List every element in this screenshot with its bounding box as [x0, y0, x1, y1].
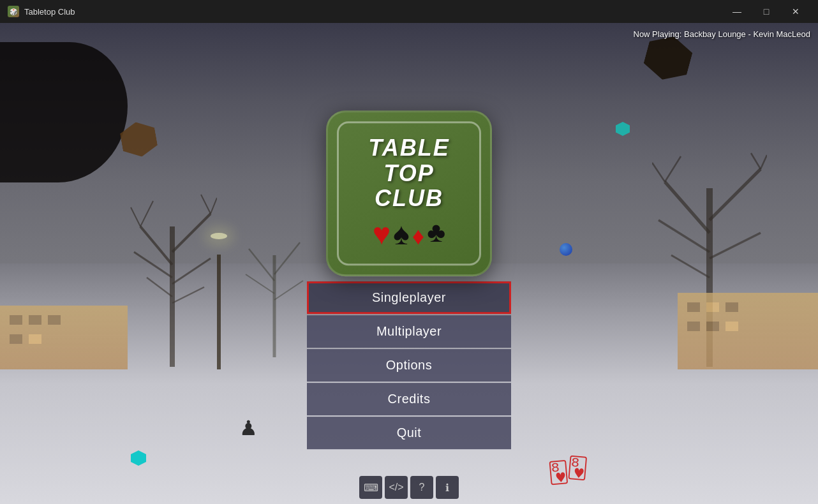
game-logo: TABLE TOP CLUB ♥ ♠ ♦ ♣ — [326, 110, 492, 276]
bottom-toolbar: ⌨ </> ? ℹ — [359, 476, 459, 499]
svg-line-15 — [710, 233, 761, 258]
credits-button[interactable]: Credits — [307, 383, 511, 415]
svg-line-13 — [710, 169, 761, 220]
svg-line-25 — [274, 281, 303, 300]
piece-blue-sphere — [560, 243, 572, 256]
keyboard-icon[interactable]: ⌨ — [359, 476, 382, 499]
svg-line-16 — [671, 255, 710, 278]
svg-line-20 — [761, 155, 767, 169]
svg-line-5 — [147, 278, 172, 297]
close-button[interactable]: ✕ — [781, 0, 810, 23]
svg-line-2 — [172, 214, 211, 252]
svg-line-12 — [665, 182, 710, 233]
now-playing-text: Now Playing: Backbay Lounge - Kevin MacL… — [634, 29, 811, 39]
svg-line-3 — [134, 252, 172, 278]
multiplayer-button[interactable]: Multiplayer — [307, 315, 511, 348]
piece-chess-pawn: ♟ — [239, 416, 258, 440]
quit-button[interactable]: Quit — [307, 417, 511, 449]
minimize-button[interactable]: — — [722, 0, 752, 23]
titlebar: 🎲 Tabletop Club — □ ✕ — [0, 0, 818, 23]
menu-container: TABLE TOP CLUB ♥ ♠ ♦ ♣ Singleplayer Mult… — [307, 110, 511, 450]
svg-line-19 — [751, 153, 761, 169]
svg-line-6 — [172, 287, 204, 303]
svg-line-4 — [172, 258, 211, 284]
app-icon: 🎲 — [8, 6, 19, 17]
svg-line-7 — [131, 207, 140, 226]
maximize-button[interactable]: □ — [752, 0, 781, 23]
svg-line-9 — [201, 195, 211, 214]
help-icon[interactable]: ? — [410, 476, 433, 499]
code-icon[interactable]: </> — [385, 476, 408, 499]
building-right — [678, 293, 818, 369]
svg-line-22 — [249, 249, 274, 281]
info-icon[interactable]: ℹ — [436, 476, 459, 499]
svg-line-23 — [274, 242, 300, 274]
game-background: ♟ 🂸 🂸 Now Playing: Backbay Lounge - Kevi… — [0, 23, 818, 504]
svg-line-10 — [211, 198, 217, 214]
streetlight-pole — [217, 255, 221, 369]
titlebar-title: Tabletop Club — [24, 7, 75, 17]
piece-cards-2: 🂸 — [566, 455, 589, 481]
building-left — [0, 306, 128, 369]
svg-line-18 — [665, 156, 681, 182]
titlebar-controls: — □ ✕ — [722, 0, 810, 23]
svg-line-8 — [140, 201, 153, 226]
svg-line-17 — [652, 163, 665, 182]
titlebar-left: 🎲 Tabletop Club — [8, 6, 75, 17]
svg-line-24 — [246, 274, 274, 293]
tree-center-bg — [242, 230, 306, 360]
singleplayer-button[interactable]: Singleplayer — [307, 281, 511, 314]
tree-left — [128, 188, 217, 369]
options-button[interactable]: Options — [307, 349, 511, 382]
